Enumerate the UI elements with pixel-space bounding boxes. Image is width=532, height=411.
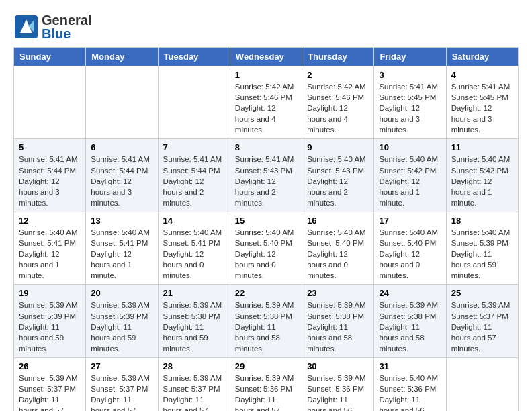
day-number: 31	[379, 361, 441, 371]
day-info: Sunrise: 5:39 AMSunset: 5:39 PMDaylight:…	[19, 300, 81, 353]
page-header: General Blue	[13, 13, 519, 40]
calendar-week-3: 12Sunrise: 5:40 AMSunset: 5:41 PMDayligh…	[14, 212, 519, 284]
calendar-cell: 7Sunrise: 5:41 AMSunset: 5:44 PMDaylight…	[158, 139, 230, 212]
calendar-cell: 30Sunrise: 5:39 AMSunset: 5:36 PMDayligh…	[302, 357, 374, 411]
day-number: 12	[19, 216, 81, 226]
logo: General Blue	[13, 13, 91, 40]
day-number: 11	[451, 142, 513, 152]
calendar-cell: 19Sunrise: 5:39 AMSunset: 5:39 PMDayligh…	[14, 285, 86, 357]
calendar-cell: 1Sunrise: 5:42 AMSunset: 5:46 PMDaylight…	[230, 66, 302, 139]
day-number: 24	[379, 288, 441, 298]
day-info: Sunrise: 5:39 AMSunset: 5:37 PMDaylight:…	[19, 373, 81, 411]
day-info: Sunrise: 5:39 AMSunset: 5:36 PMDaylight:…	[307, 373, 369, 411]
calendar-week-4: 19Sunrise: 5:39 AMSunset: 5:39 PMDayligh…	[14, 285, 519, 357]
day-number: 28	[163, 361, 225, 371]
day-info: Sunrise: 5:41 AMSunset: 5:43 PMDaylight:…	[235, 154, 297, 208]
day-number: 29	[235, 361, 297, 371]
calendar-cell: 4Sunrise: 5:41 AMSunset: 5:45 PMDaylight…	[446, 66, 518, 139]
column-header-friday: Friday	[374, 48, 446, 66]
day-info: Sunrise: 5:40 AMSunset: 5:40 PMDaylight:…	[235, 227, 297, 281]
day-number: 13	[91, 216, 152, 226]
column-header-wednesday: Wednesday	[230, 48, 302, 66]
day-number: 18	[451, 216, 513, 226]
calendar-week-2: 5Sunrise: 5:41 AMSunset: 5:44 PMDaylight…	[14, 139, 519, 212]
day-number: 20	[91, 288, 152, 298]
day-number: 6	[91, 142, 152, 152]
day-info: Sunrise: 5:41 AMSunset: 5:45 PMDaylight:…	[379, 81, 441, 135]
calendar-cell: 25Sunrise: 5:39 AMSunset: 5:37 PMDayligh…	[446, 285, 518, 357]
column-header-sunday: Sunday	[14, 48, 86, 66]
calendar-cell: 29Sunrise: 5:39 AMSunset: 5:36 PMDayligh…	[230, 357, 302, 411]
day-info: Sunrise: 5:41 AMSunset: 5:45 PMDaylight:…	[451, 81, 513, 135]
calendar-week-1: 1Sunrise: 5:42 AMSunset: 5:46 PMDaylight…	[14, 66, 519, 139]
day-info: Sunrise: 5:41 AMSunset: 5:44 PMDaylight:…	[19, 154, 81, 208]
calendar-cell: 21Sunrise: 5:39 AMSunset: 5:38 PMDayligh…	[158, 285, 230, 357]
calendar-week-5: 26Sunrise: 5:39 AMSunset: 5:37 PMDayligh…	[14, 357, 519, 411]
day-info: Sunrise: 5:39 AMSunset: 5:37 PMDaylight:…	[91, 373, 152, 411]
day-number: 15	[235, 216, 297, 226]
calendar-cell: 2Sunrise: 5:42 AMSunset: 5:46 PMDaylight…	[302, 66, 374, 139]
day-number: 21	[163, 288, 225, 298]
calendar-header-row: SundayMondayTuesdayWednesdayThursdayFrid…	[14, 48, 519, 66]
day-info: Sunrise: 5:42 AMSunset: 5:46 PMDaylight:…	[307, 81, 369, 135]
calendar-cell: 10Sunrise: 5:40 AMSunset: 5:42 PMDayligh…	[374, 139, 446, 212]
day-number: 9	[307, 142, 369, 152]
day-info: Sunrise: 5:39 AMSunset: 5:38 PMDaylight:…	[235, 300, 297, 353]
calendar-cell: 17Sunrise: 5:40 AMSunset: 5:40 PMDayligh…	[374, 212, 446, 284]
day-info: Sunrise: 5:40 AMSunset: 5:41 PMDaylight:…	[19, 227, 81, 281]
calendar-cell	[158, 66, 230, 139]
day-info: Sunrise: 5:40 AMSunset: 5:41 PMDaylight:…	[91, 227, 152, 281]
calendar-cell: 24Sunrise: 5:39 AMSunset: 5:38 PMDayligh…	[374, 285, 446, 357]
day-number: 4	[451, 70, 513, 80]
calendar-cell: 6Sunrise: 5:41 AMSunset: 5:44 PMDaylight…	[86, 139, 158, 212]
day-number: 8	[235, 142, 297, 152]
column-header-saturday: Saturday	[446, 48, 518, 66]
day-info: Sunrise: 5:40 AMSunset: 5:43 PMDaylight:…	[307, 154, 369, 208]
calendar-cell: 11Sunrise: 5:40 AMSunset: 5:42 PMDayligh…	[446, 139, 518, 212]
calendar-cell	[14, 66, 86, 139]
calendar-cell: 20Sunrise: 5:39 AMSunset: 5:39 PMDayligh…	[86, 285, 158, 357]
day-number: 3	[379, 70, 441, 80]
day-number: 27	[91, 361, 152, 371]
day-info: Sunrise: 5:41 AMSunset: 5:44 PMDaylight:…	[163, 154, 225, 208]
calendar-cell: 15Sunrise: 5:40 AMSunset: 5:40 PMDayligh…	[230, 212, 302, 284]
calendar-cell: 5Sunrise: 5:41 AMSunset: 5:44 PMDaylight…	[14, 139, 86, 212]
calendar-cell: 31Sunrise: 5:40 AMSunset: 5:36 PMDayligh…	[374, 357, 446, 411]
day-info: Sunrise: 5:39 AMSunset: 5:37 PMDaylight:…	[451, 300, 513, 353]
day-number: 10	[379, 142, 441, 152]
day-number: 1	[235, 70, 297, 80]
day-number: 19	[19, 288, 81, 298]
day-number: 16	[307, 216, 369, 226]
logo-text: General Blue	[42, 13, 91, 40]
column-header-monday: Monday	[86, 48, 158, 66]
day-info: Sunrise: 5:40 AMSunset: 5:40 PMDaylight:…	[307, 227, 369, 281]
day-info: Sunrise: 5:40 AMSunset: 5:42 PMDaylight:…	[451, 154, 513, 208]
calendar-cell: 28Sunrise: 5:39 AMSunset: 5:37 PMDayligh…	[158, 357, 230, 411]
day-number: 5	[19, 142, 81, 152]
day-number: 7	[163, 142, 225, 152]
calendar-cell: 23Sunrise: 5:39 AMSunset: 5:38 PMDayligh…	[302, 285, 374, 357]
calendar-cell	[446, 357, 518, 411]
day-info: Sunrise: 5:40 AMSunset: 5:42 PMDaylight:…	[379, 154, 441, 208]
day-info: Sunrise: 5:41 AMSunset: 5:44 PMDaylight:…	[91, 154, 152, 208]
day-info: Sunrise: 5:39 AMSunset: 5:36 PMDaylight:…	[235, 373, 297, 411]
calendar-cell: 18Sunrise: 5:40 AMSunset: 5:39 PMDayligh…	[446, 212, 518, 284]
calendar-cell: 26Sunrise: 5:39 AMSunset: 5:37 PMDayligh…	[14, 357, 86, 411]
calendar-cell: 16Sunrise: 5:40 AMSunset: 5:40 PMDayligh…	[302, 212, 374, 284]
calendar-cell: 8Sunrise: 5:41 AMSunset: 5:43 PMDaylight…	[230, 139, 302, 212]
day-info: Sunrise: 5:40 AMSunset: 5:40 PMDaylight:…	[379, 227, 441, 281]
day-info: Sunrise: 5:39 AMSunset: 5:38 PMDaylight:…	[307, 300, 369, 353]
day-number: 14	[163, 216, 225, 226]
calendar-cell: 27Sunrise: 5:39 AMSunset: 5:37 PMDayligh…	[86, 357, 158, 411]
day-number: 26	[19, 361, 81, 371]
day-info: Sunrise: 5:40 AMSunset: 5:36 PMDaylight:…	[379, 373, 441, 411]
day-info: Sunrise: 5:40 AMSunset: 5:41 PMDaylight:…	[163, 227, 225, 281]
calendar-cell: 13Sunrise: 5:40 AMSunset: 5:41 PMDayligh…	[86, 212, 158, 284]
day-info: Sunrise: 5:40 AMSunset: 5:39 PMDaylight:…	[451, 227, 513, 281]
calendar-cell: 12Sunrise: 5:40 AMSunset: 5:41 PMDayligh…	[14, 212, 86, 284]
calendar-cell	[86, 66, 158, 139]
day-number: 17	[379, 216, 441, 226]
day-info: Sunrise: 5:39 AMSunset: 5:38 PMDaylight:…	[163, 300, 225, 353]
column-header-thursday: Thursday	[302, 48, 374, 66]
day-number: 23	[307, 288, 369, 298]
